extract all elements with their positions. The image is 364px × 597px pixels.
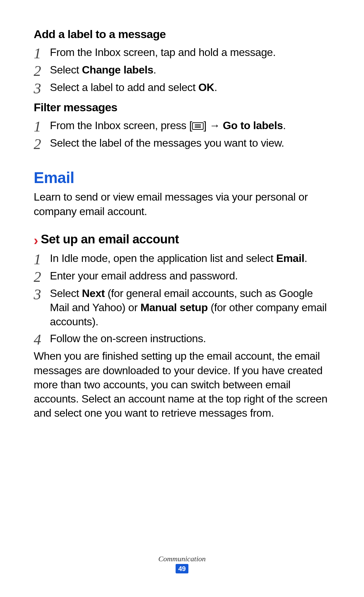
step-text: Enter your email address and password. [50, 270, 238, 282]
step-item: Follow the on-screen instructions. [34, 331, 330, 346]
heading-add-label: Add a label to a message [34, 27, 330, 42]
footer-section-label: Communication [0, 555, 364, 563]
step-text: In Idle mode, open the application list … [50, 252, 276, 264]
step-text: . [304, 252, 307, 264]
email-intro: Learn to send or view email messages via… [34, 190, 330, 218]
step-item: Select Change labels. [34, 63, 330, 78]
subheading-row: › Set up an email account [34, 231, 330, 248]
page-footer: Communication 49 [0, 555, 364, 573]
step-text: Select [50, 64, 82, 76]
step-bold: Go to labels [223, 119, 283, 131]
step-text: From the Inbox screen, tap and hold a me… [50, 46, 276, 58]
step-item: Select the label of the messages you wan… [34, 136, 330, 151]
step-text: . [153, 64, 156, 76]
step-text: Select [50, 287, 82, 299]
step-text: From the Inbox screen, press [ [50, 119, 192, 131]
heading-setup-email: Set up an email account [41, 231, 179, 248]
step-text: . [283, 119, 286, 131]
steps-add-label: From the Inbox screen, tap and hold a me… [34, 45, 330, 95]
heading-filter: Filter messages [34, 100, 330, 115]
step-text: Select the label of the messages you wan… [50, 137, 284, 149]
step-item: Enter your email address and password. [34, 269, 330, 283]
heading-email: Email [34, 168, 330, 188]
page-number: 49 [176, 564, 188, 573]
step-item: From the Inbox screen, tap and hold a me… [34, 45, 330, 60]
document-page: Add a label to a message From the Inbox … [0, 0, 364, 597]
step-text: Follow the on-screen instructions. [50, 332, 206, 345]
step-text: ] → [204, 119, 223, 131]
step-item: In Idle mode, open the application list … [34, 251, 330, 266]
step-item: From the Inbox screen, press [] → Go to … [34, 118, 330, 133]
step-bold: Email [276, 252, 304, 264]
steps-setup: In Idle mode, open the application list … [34, 251, 330, 347]
step-item: Select Next (for general email accounts,… [34, 286, 330, 329]
menu-icon [192, 122, 204, 130]
page-content: Add a label to a message From the Inbox … [34, 27, 330, 420]
step-text: Select a label to add and select [50, 81, 198, 93]
step-item: Select a label to add and select OK. [34, 80, 330, 95]
step-bold: Change labels [82, 64, 153, 76]
chevron-right-icon: › [34, 234, 38, 247]
step-bold: OK [198, 81, 214, 93]
setup-after-paragraph: When you are finished setting up the ema… [34, 349, 330, 420]
step-bold: Manual setup [141, 301, 208, 314]
step-text: . [214, 81, 217, 93]
steps-filter: From the Inbox screen, press [] → Go to … [34, 118, 330, 151]
step-bold: Next [82, 287, 105, 299]
